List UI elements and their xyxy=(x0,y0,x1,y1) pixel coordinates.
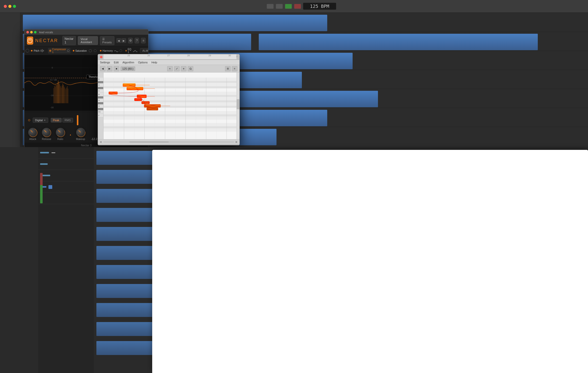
measure-29: 29 xyxy=(209,54,211,57)
track-segment[interactable] xyxy=(259,34,538,50)
maximize-button[interactable] xyxy=(13,5,16,8)
svg-rect-22 xyxy=(66,87,67,103)
svg-rect-83 xyxy=(142,101,150,104)
saturation-controls xyxy=(88,49,93,52)
minimize-button[interactable] xyxy=(8,5,11,8)
piano-key-G[interactable]: G xyxy=(98,104,103,108)
module-saturation[interactable]: Saturation xyxy=(72,49,98,52)
melodyne-grid[interactable] xyxy=(103,73,239,139)
compressor-label: Compressor 1 xyxy=(52,48,66,54)
module-harmony[interactable]: Harmony xyxy=(99,49,123,52)
piano-key-E[interactable]: E xyxy=(98,78,103,81)
nectar-title-text: lead vocals xyxy=(39,31,53,34)
menu-help[interactable]: Help xyxy=(151,61,157,64)
toolbar-play[interactable]: ▶ xyxy=(107,66,112,71)
bottom-tool-1[interactable]: ⊞ xyxy=(100,141,102,143)
stop-button[interactable] xyxy=(276,4,283,9)
scroll-thumb[interactable] xyxy=(129,141,169,143)
svg-rect-12 xyxy=(59,83,59,103)
svg-rect-53 xyxy=(103,114,239,116)
attack-knob[interactable] xyxy=(28,128,37,137)
menu-settings[interactable]: Settings xyxy=(100,61,110,64)
module-pitch[interactable]: Pitch xyxy=(30,49,47,52)
ratio-knob-group: Ratio xyxy=(56,128,65,140)
toolbar-back[interactable]: ◀ xyxy=(100,66,106,71)
note-blob-2 xyxy=(127,87,143,90)
preset-name[interactable]: Nectar 1 xyxy=(62,36,76,45)
svg-rect-10 xyxy=(57,83,58,103)
track-headers xyxy=(0,13,20,147)
svg-text:-8.7 dB: -8.7 dB xyxy=(50,79,57,81)
bypass-button[interactable] xyxy=(26,46,29,55)
nectar-minimize[interactable] xyxy=(30,31,33,33)
piano-key-Bb[interactable] xyxy=(98,96,103,99)
svg-rect-11 xyxy=(58,81,58,103)
piano-key-F[interactable]: F# xyxy=(98,110,103,114)
close-button[interactable] xyxy=(4,5,7,8)
help-button[interactable]: ? xyxy=(135,38,139,43)
play-button[interactable] xyxy=(285,4,292,9)
vertical-fader[interactable] xyxy=(40,173,43,203)
measure-27: 27 xyxy=(167,54,170,57)
nectar-close[interactable] xyxy=(26,31,29,33)
tool-quantize[interactable]: ≡ xyxy=(232,66,237,71)
tool-time[interactable] xyxy=(181,66,186,71)
bottom-tool-2[interactable]: ⊠ xyxy=(235,141,237,143)
piano-key-Gb[interactable] xyxy=(98,108,103,110)
tool-zoom[interactable] xyxy=(188,66,193,71)
alm-button[interactable]: ALM xyxy=(140,48,148,53)
settings-button[interactable]: ⚙ xyxy=(128,38,133,43)
piano-key-D[interactable]: D xyxy=(98,83,103,87)
vocal-assistant-button[interactable]: Vocal Assistant xyxy=(78,36,98,45)
rewind-button[interactable] xyxy=(267,4,274,9)
grid-svg xyxy=(103,78,239,139)
tool-select[interactable] xyxy=(167,66,173,71)
mode-selector[interactable]: Digital ▼ xyxy=(33,118,48,123)
prev-preset-button[interactable]: ◀ xyxy=(116,38,121,43)
harmony-icon xyxy=(114,49,118,52)
piano-key-C[interactable]: C xyxy=(98,89,103,93)
menu-algorithm[interactable]: Algorithm xyxy=(123,61,134,64)
note-blob-5 xyxy=(134,98,142,101)
channel-button-4[interactable] xyxy=(48,185,52,189)
menu-edit[interactable]: Edit xyxy=(114,61,119,64)
release-knob[interactable] xyxy=(42,128,51,137)
module-compressor[interactable]: Compressor 1 xyxy=(48,48,70,54)
melodyne-bottom-toolbar: ⊞ ⊠ xyxy=(98,139,239,144)
makeup-knob[interactable] xyxy=(76,128,85,137)
presets-button[interactable]: ☰ Presets xyxy=(100,36,114,45)
menu-options[interactable]: Options xyxy=(138,61,148,64)
note-blob-7 xyxy=(144,104,161,108)
rms-button[interactable]: RMS xyxy=(62,118,73,122)
bottom-scroll[interactable] xyxy=(103,141,234,143)
svg-rect-56 xyxy=(103,123,239,126)
toolbar-stop[interactable]: ■ xyxy=(114,66,119,71)
svg-rect-86 xyxy=(147,108,158,110)
ratio-label: Ratio xyxy=(57,138,63,140)
scrollbar-thumb[interactable] xyxy=(237,99,239,109)
tool-pitch[interactable] xyxy=(174,66,180,71)
record-button[interactable] xyxy=(294,4,301,9)
piano-key-Eb[interactable] xyxy=(98,81,103,83)
melodyne-close[interactable] xyxy=(100,56,102,58)
nectar-maximize[interactable] xyxy=(34,31,37,33)
piano-key-F[interactable]: F xyxy=(98,114,103,117)
module-eq1[interactable]: EQ 1 xyxy=(124,48,139,54)
channel-fader-1[interactable] xyxy=(40,152,49,153)
track-segment[interactable] xyxy=(23,15,327,31)
svg-rect-21 xyxy=(65,89,66,103)
next-preset-button[interactable]: ▶ xyxy=(122,38,126,43)
peak-button[interactable]: Peak xyxy=(51,118,62,122)
piano-key-Ab[interactable] xyxy=(98,102,103,104)
channel-fader-2[interactable] xyxy=(40,163,48,165)
svg-rect-48 xyxy=(103,100,239,102)
ratio-knob[interactable] xyxy=(56,128,65,137)
gain-reduction-indicator xyxy=(77,115,78,125)
channel-knob-1[interactable] xyxy=(51,152,55,153)
extra-button[interactable]: ≡ xyxy=(141,38,146,43)
melodyne-scrollbar[interactable] xyxy=(236,73,239,139)
piano-key-Db[interactable] xyxy=(98,87,103,89)
piano-key-A[interactable]: A xyxy=(98,99,103,102)
piano-key-B[interactable]: B xyxy=(98,93,103,96)
tool-snap[interactable]: ⊞ xyxy=(225,66,231,71)
